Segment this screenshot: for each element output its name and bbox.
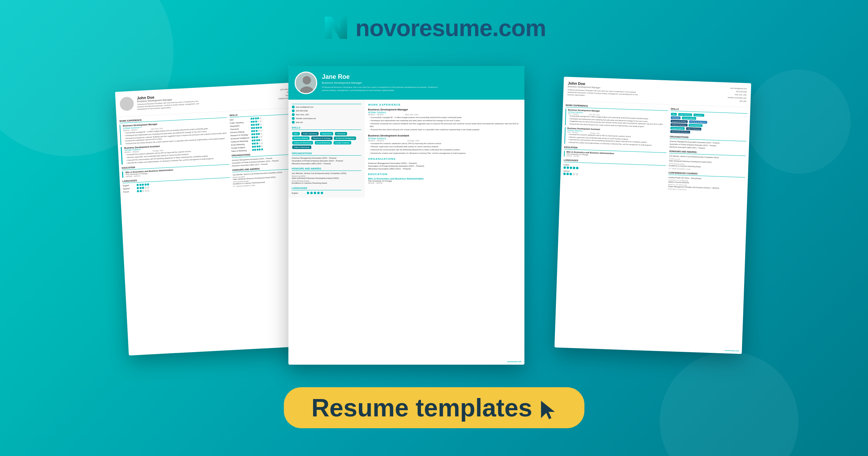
resume-center-body: jane.roe@gmail.com 200-555-0166 New York… [288,100,524,198]
resume-left-col: WORK EXPERIENCE Business Development Man… [119,114,230,194]
resume-center-photo [295,72,317,94]
brand-name: novoresume.com [355,14,546,41]
watermark-right: novoresume.com [725,349,739,351]
header: novoresume.com [0,14,868,42]
bottom-label-bg: Resume templates [284,387,584,428]
rc-phone: 200-555-0166 [292,109,361,112]
skill-tag-research: Research & Strategy [311,136,332,140]
resume-left-photo [119,97,134,111]
skill-tag-emotional: Emotional Intelligence [334,136,356,140]
resume-center-summary: Professional Business Developer with mor… [322,86,440,92]
rr-job-1: Business Development Manager AirState So… [565,109,667,129]
resumes-container: John Doe Business Development Manager Pr… [122,59,747,372]
rc-skills-list: SEO Public Speaking Negotiation Teamwork… [292,131,361,149]
resume-left-body: WORK EXPERIENCE Business Development Man… [116,107,307,197]
resume-card-left: John Doe Business Development Manager Pr… [115,82,316,355]
resume-card-center: Jane Roe Business Development Manager Pr… [288,66,524,365]
location-icon [292,113,295,116]
rc-edu-title: EDUCATION [368,173,521,176]
phone-icon [292,109,295,112]
skill-tag-teamwork: Teamwork [335,132,347,135]
resume-center-header: Jane Roe Business Development Manager Pr… [288,66,524,100]
skill-tag-sales: Sales & Marketing [292,146,311,149]
rc-location: New York, USA [292,113,361,116]
resume-right-name-block: John Doe Business Development Manager Pr… [567,81,728,101]
bottom-label-text: Resume templates [311,393,532,422]
rr-tags: SEO Public Speaking Negotiation Teamwork… [670,113,747,136]
bottom-label: Resume templates [284,387,584,428]
edu-sidebar [122,172,123,178]
resume-right-contact: john.doe@gmail.com 202-533-0166 New York… [727,86,747,103]
resume-right-left: WORK EXPERIENCE Business Development Man… [563,104,668,190]
skill-tag-public: Public Speaking [301,132,318,135]
job-entry-2: Business Development Assistant AirState … [120,141,229,165]
website-icon [292,121,295,124]
job-entry-1: Business Development Manager AirState So… [119,119,228,145]
linkedin-icon [292,117,295,120]
skill-tag-seo: SEO [292,132,300,135]
skill-tag-decision: Decision Making [292,136,310,140]
resume-center-title: Business Development Manager [322,81,440,84]
rr-job-2: Business Development Assistant AirState … [564,127,667,147]
skill-tag-nego: Negotiation [320,132,333,135]
cursor-icon [539,399,557,420]
skill-tag-email: Email Marketing [315,141,332,144]
rc-website: jane.roe [292,121,361,124]
rc-honours-title: HONOURS AND AWARDS [292,167,361,171]
rc-orgs-right-title: ORGANIZATIONS [368,157,521,160]
skill-tag-outbound: Outbound Marketing [292,141,313,144]
logo-icon [322,14,350,42]
skill-tag-google: Google Analytics [334,141,351,144]
resume-center-name: Jane Roe [322,74,440,81]
rc-linkedin: linkedin.com/in/jane.roe [292,117,361,120]
svg-marker-3 [541,401,555,419]
rc-contact-title [292,103,361,104]
rc-langs-title: LANGUAGES [292,187,361,190]
logo-area: novoresume.com [322,14,546,42]
rc-skills-title: SKILLS [292,126,361,130]
resume-center-name-block: Jane Roe Business Development Manager Pr… [322,74,440,92]
rc-work-title: WORK EXPERIENCE [368,103,521,106]
email-icon [292,106,295,108]
rc-orgs-title: ORGANIZATIONS [292,152,361,156]
job-sidebar-2 [120,147,123,165]
watermark-center: novoresume.com [507,360,521,363]
rc-job-2: Business Development Assistant AirState … [368,134,521,155]
rc-lang-english: English [292,192,361,194]
resume-center-right: WORK EXPERIENCE Business Development Man… [365,100,524,198]
resume-center-left: jane.roe@gmail.com 200-555-0166 New York… [288,100,365,198]
resume-right-body: WORK EXPERIENCE Business Development Man… [560,101,750,196]
bg-decoration-3 [747,69,851,174]
svg-point-1 [303,76,311,84]
rc-email: jane.roe@gmail.com [292,106,361,108]
rc-job-1: Business Development Manager AirState So… [368,108,521,131]
resume-right-right: SKILLS SEO Public Speaking Negotiation T… [668,108,747,193]
resume-left-name-block: John Doe Business Development Manager Pr… [137,93,200,110]
resume-card-right: John Doe Business Development Manager Pr… [554,77,751,354]
job-sidebar-1 [119,125,121,145]
